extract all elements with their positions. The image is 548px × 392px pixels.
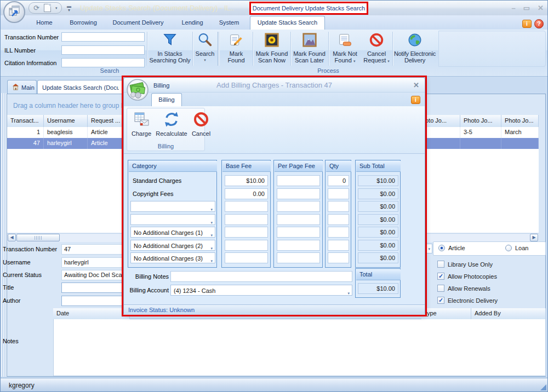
qty-input-5[interactable] xyxy=(328,227,349,238)
transaction-number-input[interactable] xyxy=(61,32,145,42)
refresh-icon[interactable]: ⟳ xyxy=(33,4,39,11)
recalculate-button[interactable]: Recalculate xyxy=(154,109,189,142)
charge-sheet-envelope-icon xyxy=(133,111,150,129)
qty-input-3[interactable] xyxy=(328,201,349,212)
category-dropdown-5[interactable]: No Additional Charges (1)▾ xyxy=(130,227,215,238)
base-fee-input-7[interactable] xyxy=(225,252,268,263)
tab-update-stacks-search-doc[interactable]: Update Stacks Search (Docum xyxy=(37,80,124,94)
qty-input-6[interactable] xyxy=(328,240,349,251)
notify-electronic-delivery-button[interactable]: Notify Electronic Delivery xyxy=(392,31,438,67)
funnel-icon xyxy=(162,32,178,49)
column-header-transaction[interactable]: Transact... xyxy=(7,115,44,127)
per-page-input-4[interactable] xyxy=(277,214,320,225)
tab-update-stacks-search[interactable]: Update Stacks Search xyxy=(250,16,325,30)
sub-total-1: $10.00 xyxy=(358,175,398,186)
per-page-input-5[interactable] xyxy=(277,227,320,238)
column-header-username[interactable]: Username xyxy=(44,115,88,127)
tab-borrowing[interactable]: Borrowing xyxy=(64,17,103,30)
per-page-input-6[interactable] xyxy=(277,240,320,251)
ribbon-empty-panel xyxy=(438,31,546,67)
billing-account-dropdown[interactable]: (4) 1234 - Cash▾ xyxy=(170,285,352,296)
charge-button[interactable]: Charge xyxy=(129,109,153,142)
ribbon-help-balloon-icon[interactable]: i xyxy=(522,20,532,28)
base-fee-input-1[interactable]: $10.00 xyxy=(225,175,268,186)
detail-current-status-label: Current Status xyxy=(3,272,42,278)
annotation-title-label: Document Delivery Update Stacks Search xyxy=(249,2,368,15)
qty-input-4[interactable] xyxy=(328,214,349,225)
detail-title-label: Title xyxy=(3,284,14,291)
dialog-help-balloon-icon[interactable]: i xyxy=(411,96,420,104)
tab-system[interactable]: System xyxy=(215,17,243,30)
money-icon xyxy=(126,78,149,102)
radio-loan[interactable]: Loan xyxy=(505,245,528,251)
notes-column-added-by[interactable]: Added By xyxy=(471,308,546,319)
application-button[interactable] xyxy=(3,1,25,23)
mark-found-scan-later-button[interactable]: Mark Found Scan Later xyxy=(291,31,328,67)
scroll-left-icon[interactable]: ◀ xyxy=(8,234,16,241)
notes-column-type[interactable]: ype xyxy=(421,308,471,319)
checkbox-allow-photocopies[interactable]: ✓ Allow Photocopies xyxy=(437,273,497,280)
base-fee-input-3[interactable] xyxy=(225,201,268,212)
base-fee-input-5[interactable] xyxy=(225,227,268,238)
tab-lending[interactable]: Lending xyxy=(176,17,208,30)
notes-grid-body[interactable] xyxy=(53,319,546,376)
sub-total-3: $0.00 xyxy=(358,201,398,212)
base-fee-input-2[interactable]: 0.00 xyxy=(225,188,268,199)
mark-found-scan-now-button[interactable]: Mark Found Scan Now xyxy=(254,31,290,67)
close-button[interactable]: ✕ xyxy=(538,4,544,12)
per-page-input-2[interactable] xyxy=(277,188,320,199)
checkbox-box: ✓ xyxy=(437,273,444,280)
tab-document-delivery[interactable]: Document Delivery xyxy=(110,17,167,30)
base-fee-input-6[interactable] xyxy=(225,240,268,251)
detail-author-label: Author xyxy=(3,297,20,304)
per-page-input-7[interactable] xyxy=(277,252,320,263)
cancel-request-button[interactable]: Cancel Request ▾ xyxy=(361,31,392,67)
mountain-photo-icon xyxy=(301,32,318,49)
ill-number-input[interactable] xyxy=(61,45,145,55)
category-dropdown-7[interactable]: No Additional Charges (3)▾ xyxy=(130,252,215,263)
column-header-photo1[interactable]: oto Jo... xyxy=(422,115,460,127)
checkbox-electronic-delivery[interactable]: ✓ Electronic Delivery xyxy=(437,297,498,304)
customize-toolbar-icon[interactable]: ▬▾ xyxy=(67,4,71,12)
category-dropdown-3[interactable]: ▾ xyxy=(130,201,215,212)
per-page-fee-header: Per Page Fee xyxy=(275,161,323,172)
radio-article-dot xyxy=(438,245,445,251)
per-page-input-3[interactable] xyxy=(277,201,320,212)
dialog-close-icon[interactable]: ✕ xyxy=(413,81,419,89)
base-fee-input-4[interactable] xyxy=(225,214,268,225)
dialog-tab-billing[interactable]: Billing xyxy=(151,93,182,106)
base-fee-header: Base Fee xyxy=(222,161,271,172)
checkbox-library-use-only[interactable]: Library Use Only xyxy=(437,261,493,268)
citation-information-input[interactable] xyxy=(61,58,145,67)
category-dropdown-4[interactable]: ▾ xyxy=(130,214,215,225)
qty-input-7[interactable] xyxy=(328,252,349,263)
tab-main[interactable]: Main xyxy=(7,80,37,94)
scrollbar-thumb[interactable] xyxy=(16,234,60,241)
column-header-photo3[interactable]: Photo Jo... xyxy=(501,115,539,127)
resize-grip[interactable] xyxy=(540,384,546,390)
new-document-icon[interactable] xyxy=(44,4,51,12)
radio-article[interactable]: Article xyxy=(438,245,465,251)
maximize-button[interactable]: ▭ xyxy=(523,4,530,12)
column-header-photo2[interactable]: Photo Jo... xyxy=(460,115,501,127)
category-dropdown-6[interactable]: No Additional Charges (2)▾ xyxy=(130,240,215,251)
qty-input-1[interactable]: 0 xyxy=(328,175,349,186)
checkbox-allow-renewals[interactable]: Allow Renewals xyxy=(437,285,490,292)
notes-column-date[interactable]: Date xyxy=(53,308,130,319)
dialog-cancel-button[interactable]: Cancel xyxy=(190,109,213,142)
tab-home[interactable]: Home xyxy=(32,17,57,30)
new-document-dropdown-icon[interactable]: ▾ xyxy=(55,6,58,10)
scroll-right-icon[interactable]: ▶ xyxy=(530,234,538,241)
status-user: kgregory xyxy=(9,382,35,389)
in-stacks-searching-only-button[interactable]: In Stacks Searching Only xyxy=(148,31,192,67)
billing-notes-input[interactable] xyxy=(170,271,352,282)
ribbon-help-question-icon[interactable]: ? xyxy=(534,19,544,28)
ill-number-label: ILL Number xyxy=(4,47,36,54)
qty-input-2[interactable] xyxy=(328,188,349,199)
mark-found-button[interactable]: Mark Found xyxy=(220,31,252,67)
search-button[interactable]: Search ▾ xyxy=(193,31,217,67)
mark-not-found-button[interactable]: Mark Not Found ▾ xyxy=(329,31,361,67)
left-splitter[interactable] xyxy=(0,93,7,377)
per-page-input-1[interactable] xyxy=(277,175,320,186)
minimize-button[interactable]: – xyxy=(512,4,516,12)
